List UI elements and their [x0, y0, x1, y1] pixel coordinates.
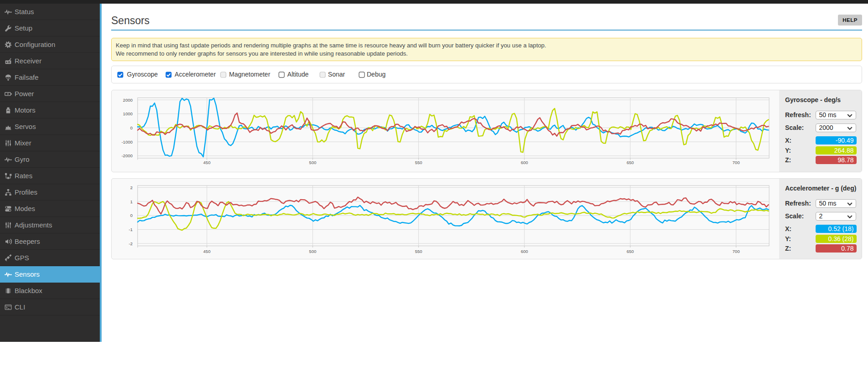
- svg-text:2000: 2000: [123, 98, 133, 103]
- svg-text:550: 550: [415, 160, 422, 165]
- svg-text:700: 700: [733, 249, 740, 254]
- svg-text:-2000: -2000: [122, 153, 133, 158]
- svg-text:700: 700: [733, 160, 740, 165]
- svg-text:500: 500: [309, 160, 316, 165]
- svg-text:650: 650: [627, 160, 634, 165]
- svg-text:1000: 1000: [123, 111, 133, 116]
- svg-text:500: 500: [309, 249, 316, 254]
- svg-text:2: 2: [130, 185, 133, 190]
- svg-text:600: 600: [521, 249, 528, 254]
- svg-text:550: 550: [415, 249, 422, 254]
- svg-text:450: 450: [203, 160, 211, 165]
- svg-text:450: 450: [203, 249, 211, 254]
- svg-text:1: 1: [130, 199, 133, 204]
- svg-text:600: 600: [521, 160, 528, 165]
- svg-text:0: 0: [130, 125, 133, 130]
- svg-text:-1000: -1000: [122, 139, 133, 144]
- svg-text:0: 0: [130, 213, 133, 218]
- svg-text:-2: -2: [129, 241, 133, 246]
- svg-text:650: 650: [627, 249, 634, 254]
- svg-text:-1: -1: [129, 227, 133, 232]
